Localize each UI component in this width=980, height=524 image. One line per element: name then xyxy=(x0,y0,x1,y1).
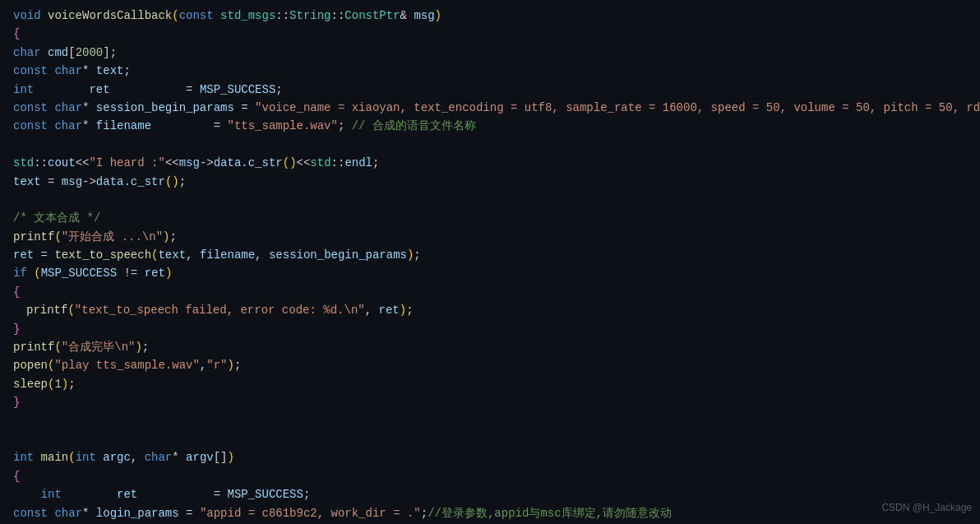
keyword-const3: const xyxy=(13,99,54,117)
var-msg2: msg xyxy=(179,154,200,172)
code-line-1: void voiceWordsCallback(const std_msgs::… xyxy=(0,7,980,25)
code-line-9: std::cout<<"I heard :"<<msg->data.c_str(… xyxy=(0,154,980,172)
code-line-22: } xyxy=(0,393,980,411)
str-login-val: "appid = c861b9c2, work_dir = ." xyxy=(200,504,421,522)
code-line-20: popen("play tts_sample.wav","r"); xyxy=(0,356,980,374)
code-line-4: const char* text; xyxy=(0,62,980,80)
str-done: "合成完毕\n" xyxy=(62,338,136,356)
code-line-6: const char* session_begin_params = "voic… xyxy=(0,99,980,117)
keyword-int2: int xyxy=(13,448,41,466)
fn-sleep: sleep xyxy=(13,375,48,393)
fn-printf2: printf xyxy=(26,301,67,319)
var-msp-success3: MSP_SUCCESS xyxy=(227,485,303,503)
fn-text-to-speech: text_to_speech xyxy=(54,246,151,264)
var-data-cstr2: data.c_str xyxy=(96,173,165,191)
code-line-3: char cmd[2000]; xyxy=(0,44,980,62)
var-ret3: ret xyxy=(145,264,165,282)
code-line-17: printf("text_to_speech failed, error cod… xyxy=(0,301,980,319)
keyword-const4: const xyxy=(13,117,54,135)
str-popen-cmd: "play tts_sample.wav" xyxy=(54,356,199,374)
fn-voicewords: voiceWordsCallback xyxy=(48,7,172,25)
code-line-15: if (MSP_SUCCESS != ret) xyxy=(0,264,980,282)
ns-std2: std xyxy=(310,154,331,172)
fn-printf3: printf xyxy=(13,338,54,356)
paren-open: ( xyxy=(172,7,178,25)
var-session-begin: session_begin_params xyxy=(96,99,234,117)
code-line-2: { xyxy=(0,25,980,43)
fn-main: main xyxy=(41,448,69,466)
var-cmd: cmd xyxy=(48,44,68,62)
fn-printf1: printf xyxy=(13,228,54,246)
code-line-19: printf("合成完毕\n"); xyxy=(0,338,980,356)
var-text-decl: text xyxy=(96,62,124,80)
keyword-char4: char xyxy=(54,117,82,135)
var-text2: text xyxy=(158,246,186,264)
code-line-28: const char* login_params = "appid = c861… xyxy=(0,504,980,522)
code-line-23 xyxy=(0,412,980,430)
code-line-26: { xyxy=(0,467,980,485)
var-session2: session_begin_params xyxy=(269,246,407,264)
keyword-if: if xyxy=(13,264,34,282)
code-editor: void voiceWordsCallback(const std_msgs::… xyxy=(0,0,980,524)
ns-std1: std xyxy=(13,154,34,172)
str-filename-val: "tts_sample.wav" xyxy=(227,117,337,135)
var-msg: msg xyxy=(414,7,434,25)
str-popen-mode: "r" xyxy=(206,356,227,374)
str-session-val: "voice_name = xiaoyan, text_encoding = u… xyxy=(255,99,980,117)
keyword-char6: char xyxy=(54,504,82,522)
brace-open-3: { xyxy=(13,467,20,485)
brace-close-2: } xyxy=(13,393,20,411)
comment-filename: // 合成的语音文件名称 xyxy=(352,117,476,135)
code-line-10: text = msg->data.c_str(); xyxy=(0,173,980,191)
comment-text-synth: /* 文本合成 */ xyxy=(13,209,100,227)
num-1: 1 xyxy=(54,375,61,393)
keyword-char2: char xyxy=(54,62,82,80)
code-line-24 xyxy=(0,430,980,448)
var-ret1: ret xyxy=(89,81,109,99)
var-argc: argc xyxy=(103,448,131,466)
var-argv: argv xyxy=(186,448,214,466)
var-ret2: ret xyxy=(13,246,34,264)
var-filename2: filename xyxy=(200,246,255,264)
var-ret5: ret xyxy=(117,485,137,503)
var-filename: filename xyxy=(96,117,151,135)
code-line-16: { xyxy=(0,283,980,301)
str-failed: "text_to_speech failed, error code: %d.\… xyxy=(75,301,365,319)
var-msp-success1: MSP_SUCCESS xyxy=(200,81,275,99)
keyword-int4: int xyxy=(41,485,62,503)
code-line-8 xyxy=(0,136,980,154)
keyword-void: void xyxy=(13,7,48,25)
keyword-int3: int xyxy=(76,448,104,466)
var-ret4: ret xyxy=(379,301,400,319)
var-msp-success2: MSP_SUCCESS xyxy=(41,264,117,282)
code-line-12: /* 文本合成 */ xyxy=(0,209,980,227)
type-string: String xyxy=(289,7,331,25)
keyword-const2: const xyxy=(13,62,54,80)
code-line-11 xyxy=(0,191,980,209)
brace-open-2: { xyxy=(13,283,20,301)
var-msg3: msg xyxy=(62,173,82,191)
type-constptr: ConstPtr xyxy=(344,7,400,25)
code-line-13: printf("开始合成 ...\n"); xyxy=(0,228,980,246)
comment-login: //登录参数,appid与msc库绑定,请勿随意改动 xyxy=(428,504,672,522)
brace-close-1: } xyxy=(13,320,20,338)
str-iheard: "I heard :" xyxy=(89,154,164,172)
code-line-14: ret = text_to_speech(text, filename, ses… xyxy=(0,246,980,264)
brace-open-1: { xyxy=(13,25,20,43)
str-start-synth: "开始合成 ...\n" xyxy=(62,228,163,246)
keyword-const5: const xyxy=(13,504,54,522)
var-login-params: login_params xyxy=(96,504,179,522)
var-endl: endl xyxy=(344,154,372,172)
keyword-int1: int xyxy=(13,81,34,99)
code-line-27: int ret = MSP_SUCCESS; xyxy=(0,485,980,503)
ns-stdmsgs: std_msgs xyxy=(220,7,275,25)
code-line-18: } xyxy=(0,320,980,338)
code-line-21: sleep(1); xyxy=(0,375,980,393)
code-line-25: int main(int argc, char* argv[]) xyxy=(0,448,980,466)
code-line-7: const char* filename = "tts_sample.wav";… xyxy=(0,117,980,135)
watermark: CSDN @H_Jackage xyxy=(881,500,972,516)
fn-popen: popen xyxy=(13,356,48,374)
keyword-const1: const xyxy=(179,7,220,25)
var-cout: cout xyxy=(48,154,76,172)
keyword-char3: char xyxy=(54,99,82,117)
